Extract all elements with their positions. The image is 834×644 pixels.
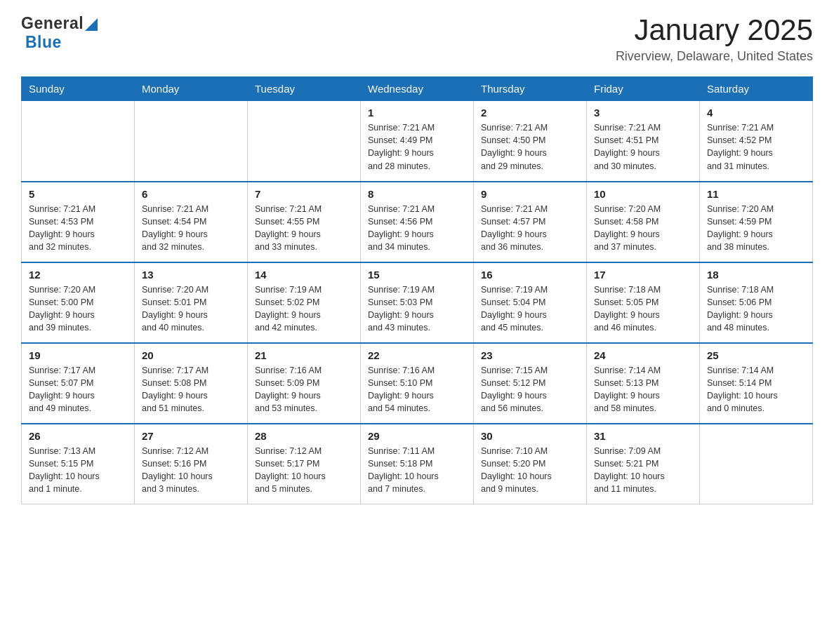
calendar-day-cell: 8Sunrise: 7:21 AMSunset: 4:56 PMDaylight… <box>361 182 474 262</box>
day-info: Sunrise: 7:21 AMSunset: 4:53 PMDaylight:… <box>29 203 127 254</box>
day-number: 13 <box>142 269 240 281</box>
calendar-day-cell <box>135 101 248 182</box>
calendar-day-cell: 5Sunrise: 7:21 AMSunset: 4:53 PMDaylight… <box>22 182 135 262</box>
day-info: Sunrise: 7:21 AMSunset: 4:51 PMDaylight:… <box>594 121 692 173</box>
calendar-week-row: 26Sunrise: 7:13 AMSunset: 5:15 PMDayligh… <box>22 424 813 504</box>
calendar-day-cell: 29Sunrise: 7:11 AMSunset: 5:18 PMDayligh… <box>361 424 474 504</box>
day-info: Sunrise: 7:20 AMSunset: 4:59 PMDaylight:… <box>707 203 805 254</box>
day-number: 29 <box>368 430 466 442</box>
day-number: 20 <box>142 349 240 361</box>
day-number: 7 <box>255 188 353 200</box>
day-number: 15 <box>368 269 466 281</box>
calendar-day-cell <box>22 101 135 182</box>
day-info: Sunrise: 7:21 AMSunset: 4:52 PMDaylight:… <box>707 121 805 173</box>
logo: General Blue <box>21 14 98 52</box>
day-info: Sunrise: 7:17 AMSunset: 5:07 PMDaylight:… <box>29 364 127 415</box>
day-number: 27 <box>142 430 240 442</box>
day-info: Sunrise: 7:10 AMSunset: 5:20 PMDaylight:… <box>481 445 579 496</box>
day-number: 4 <box>707 107 805 119</box>
day-info: Sunrise: 7:12 AMSunset: 5:17 PMDaylight:… <box>255 445 353 496</box>
svg-marker-0 <box>85 18 98 31</box>
calendar-day-cell: 28Sunrise: 7:12 AMSunset: 5:17 PMDayligh… <box>248 424 361 504</box>
day-number: 1 <box>368 107 466 119</box>
day-info: Sunrise: 7:16 AMSunset: 5:09 PMDaylight:… <box>255 364 353 415</box>
day-info: Sunrise: 7:18 AMSunset: 5:05 PMDaylight:… <box>594 283 692 335</box>
day-number: 2 <box>481 107 579 119</box>
calendar-day-header: Saturday <box>700 77 813 101</box>
calendar-day-cell <box>700 424 813 504</box>
calendar-day-cell: 10Sunrise: 7:20 AMSunset: 4:58 PMDayligh… <box>587 182 700 262</box>
day-info: Sunrise: 7:20 AMSunset: 5:01 PMDaylight:… <box>142 283 240 335</box>
calendar-week-row: 12Sunrise: 7:20 AMSunset: 5:00 PMDayligh… <box>22 262 813 343</box>
day-number: 8 <box>368 188 466 200</box>
day-number: 23 <box>481 349 579 361</box>
day-info: Sunrise: 7:13 AMSunset: 5:15 PMDaylight:… <box>29 445 127 496</box>
day-number: 26 <box>29 430 127 442</box>
calendar-day-header: Sunday <box>22 77 135 101</box>
logo-blue-text: Blue <box>25 33 62 52</box>
calendar-day-cell: 15Sunrise: 7:19 AMSunset: 5:03 PMDayligh… <box>361 262 474 343</box>
day-number: 9 <box>481 188 579 200</box>
day-info: Sunrise: 7:14 AMSunset: 5:14 PMDaylight:… <box>707 364 805 415</box>
day-info: Sunrise: 7:21 AMSunset: 4:56 PMDaylight:… <box>368 203 466 254</box>
day-info: Sunrise: 7:15 AMSunset: 5:12 PMDaylight:… <box>481 364 579 415</box>
day-number: 12 <box>29 269 127 281</box>
calendar-day-cell: 19Sunrise: 7:17 AMSunset: 5:07 PMDayligh… <box>22 343 135 424</box>
calendar-day-cell: 24Sunrise: 7:14 AMSunset: 5:13 PMDayligh… <box>587 343 700 424</box>
day-info: Sunrise: 7:21 AMSunset: 4:49 PMDaylight:… <box>368 121 466 173</box>
title-block: January 2025 Riverview, Delaware, United… <box>616 14 813 64</box>
calendar-day-cell: 12Sunrise: 7:20 AMSunset: 5:00 PMDayligh… <box>22 262 135 343</box>
calendar-day-cell: 27Sunrise: 7:12 AMSunset: 5:16 PMDayligh… <box>135 424 248 504</box>
calendar-day-cell: 3Sunrise: 7:21 AMSunset: 4:51 PMDaylight… <box>587 101 700 182</box>
day-number: 18 <box>707 269 805 281</box>
calendar-header-row: SundayMondayTuesdayWednesdayThursdayFrid… <box>22 77 813 101</box>
calendar-day-cell: 23Sunrise: 7:15 AMSunset: 5:12 PMDayligh… <box>474 343 587 424</box>
calendar-day-cell: 1Sunrise: 7:21 AMSunset: 4:49 PMDaylight… <box>361 101 474 182</box>
day-number: 14 <box>255 269 353 281</box>
day-info: Sunrise: 7:14 AMSunset: 5:13 PMDaylight:… <box>594 364 692 415</box>
calendar-day-cell: 11Sunrise: 7:20 AMSunset: 4:59 PMDayligh… <box>700 182 813 262</box>
day-number: 22 <box>368 349 466 361</box>
calendar-subtitle: Riverview, Delaware, United States <box>616 49 813 64</box>
day-info: Sunrise: 7:21 AMSunset: 4:55 PMDaylight:… <box>255 203 353 254</box>
calendar-day-cell: 16Sunrise: 7:19 AMSunset: 5:04 PMDayligh… <box>474 262 587 343</box>
day-number: 28 <box>255 430 353 442</box>
calendar-day-header: Thursday <box>474 77 587 101</box>
calendar-table: SundayMondayTuesdayWednesdayThursdayFrid… <box>21 76 813 504</box>
day-number: 16 <box>481 269 579 281</box>
day-info: Sunrise: 7:11 AMSunset: 5:18 PMDaylight:… <box>368 445 466 496</box>
calendar-day-cell: 18Sunrise: 7:18 AMSunset: 5:06 PMDayligh… <box>700 262 813 343</box>
day-info: Sunrise: 7:19 AMSunset: 5:04 PMDaylight:… <box>481 283 579 335</box>
calendar-day-cell: 6Sunrise: 7:21 AMSunset: 4:54 PMDaylight… <box>135 182 248 262</box>
calendar-day-cell: 4Sunrise: 7:21 AMSunset: 4:52 PMDaylight… <box>700 101 813 182</box>
calendar-day-header: Tuesday <box>248 77 361 101</box>
day-number: 31 <box>594 430 692 442</box>
day-number: 6 <box>142 188 240 200</box>
calendar-day-cell: 20Sunrise: 7:17 AMSunset: 5:08 PMDayligh… <box>135 343 248 424</box>
day-info: Sunrise: 7:21 AMSunset: 4:54 PMDaylight:… <box>142 203 240 254</box>
day-number: 19 <box>29 349 127 361</box>
calendar-day-cell: 31Sunrise: 7:09 AMSunset: 5:21 PMDayligh… <box>587 424 700 504</box>
day-info: Sunrise: 7:12 AMSunset: 5:16 PMDaylight:… <box>142 445 240 496</box>
calendar-day-cell: 9Sunrise: 7:21 AMSunset: 4:57 PMDaylight… <box>474 182 587 262</box>
calendar-day-cell: 7Sunrise: 7:21 AMSunset: 4:55 PMDaylight… <box>248 182 361 262</box>
day-number: 3 <box>594 107 692 119</box>
day-number: 24 <box>594 349 692 361</box>
calendar-day-cell: 30Sunrise: 7:10 AMSunset: 5:20 PMDayligh… <box>474 424 587 504</box>
day-info: Sunrise: 7:20 AMSunset: 4:58 PMDaylight:… <box>594 203 692 254</box>
day-info: Sunrise: 7:19 AMSunset: 5:02 PMDaylight:… <box>255 283 353 335</box>
day-info: Sunrise: 7:21 AMSunset: 4:57 PMDaylight:… <box>481 203 579 254</box>
calendar-day-header: Monday <box>135 77 248 101</box>
calendar-title: January 2025 <box>616 14 813 46</box>
calendar-day-cell: 25Sunrise: 7:14 AMSunset: 5:14 PMDayligh… <box>700 343 813 424</box>
calendar-day-cell: 2Sunrise: 7:21 AMSunset: 4:50 PMDaylight… <box>474 101 587 182</box>
day-number: 21 <box>255 349 353 361</box>
calendar-day-cell: 17Sunrise: 7:18 AMSunset: 5:05 PMDayligh… <box>587 262 700 343</box>
calendar-week-row: 5Sunrise: 7:21 AMSunset: 4:53 PMDaylight… <box>22 182 813 262</box>
calendar-day-header: Friday <box>587 77 700 101</box>
calendar-day-cell: 22Sunrise: 7:16 AMSunset: 5:10 PMDayligh… <box>361 343 474 424</box>
page-header: General Blue January 2025 Riverview, Del… <box>21 14 813 64</box>
day-info: Sunrise: 7:18 AMSunset: 5:06 PMDaylight:… <box>707 283 805 335</box>
day-info: Sunrise: 7:21 AMSunset: 4:50 PMDaylight:… <box>481 121 579 173</box>
calendar-day-cell: 13Sunrise: 7:20 AMSunset: 5:01 PMDayligh… <box>135 262 248 343</box>
